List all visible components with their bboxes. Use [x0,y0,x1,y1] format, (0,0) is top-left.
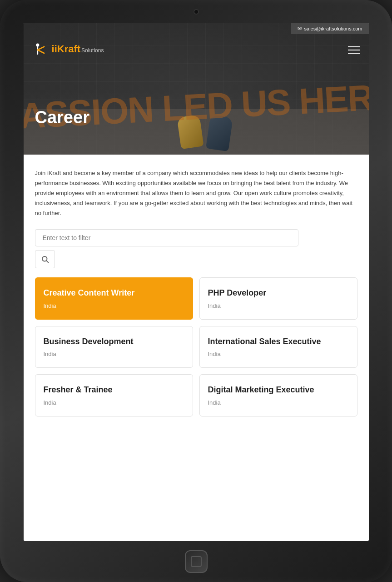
filter-input-wrap [35,229,357,246]
job-title: Business Development [44,336,184,347]
job-card[interactable]: Business Development India [35,326,193,368]
job-location: India [208,351,349,357]
job-title: Digital Marketing Executive [208,385,349,395]
job-location: India [208,399,349,406]
email-text: sales@ikraftsolutions.com [304,26,362,31]
job-card[interactable]: Fresher & Trainee India [35,374,193,416]
hamburger-line-1 [348,46,360,47]
search-button[interactable] [35,250,55,268]
logo-icon [33,41,49,57]
job-card[interactable]: PHP Developer India [199,277,357,319]
logo-text: iiKraft Solutions [52,43,104,55]
home-button[interactable] [185,550,208,573]
screen: ASSION LED US HERE ✉ sales@ikraftsolutio… [24,23,369,541]
intro-paragraph: Join iKraft and become a key member of a… [35,168,357,218]
search-icon [41,255,49,263]
hamburger-menu[interactable] [348,46,360,54]
hamburger-line-2 [348,50,360,50]
logo-area[interactable]: iiKraft Solutions [33,41,104,57]
filter-input[interactable] [35,229,298,246]
job-card[interactable]: International Sales Executive India [199,326,357,368]
filter-section [35,229,357,268]
job-title: Creative Content Writer [44,288,184,298]
svg-line-2 [37,47,44,50]
envelope-icon: ✉ [298,25,302,31]
hamburger-line-3 [348,53,360,54]
job-title: International Sales Executive [208,336,349,347]
email-bar: ✉ sales@ikraftsolutions.com [291,23,369,34]
job-title: Fresher & Trainee [44,385,184,395]
job-location: India [44,399,184,406]
logo-solutions: Solutions [81,47,104,54]
content-section: Join iKraft and become a key member of a… [24,155,369,541]
logo-ikraft: iiKraft [52,43,81,55]
hero-section: ASSION LED US HERE ✉ sales@ikraftsolutio… [24,23,369,155]
tablet-frame: ASSION LED US HERE ✉ sales@ikraftsolutio… [0,0,392,582]
job-location: India [44,351,184,357]
job-location: India [208,302,349,309]
job-location: India [44,302,184,309]
job-card[interactable]: Creative Content Writer India [35,277,193,319]
tablet-camera [194,9,199,15]
job-title: PHP Developer [208,288,349,298]
hero-title: Career [35,108,89,127]
jobs-grid: Creative Content Writer India PHP Develo… [35,277,357,416]
svg-line-5 [46,261,48,263]
job-card[interactable]: Digital Marketing Executive India [199,374,357,416]
svg-line-3 [37,50,44,53]
